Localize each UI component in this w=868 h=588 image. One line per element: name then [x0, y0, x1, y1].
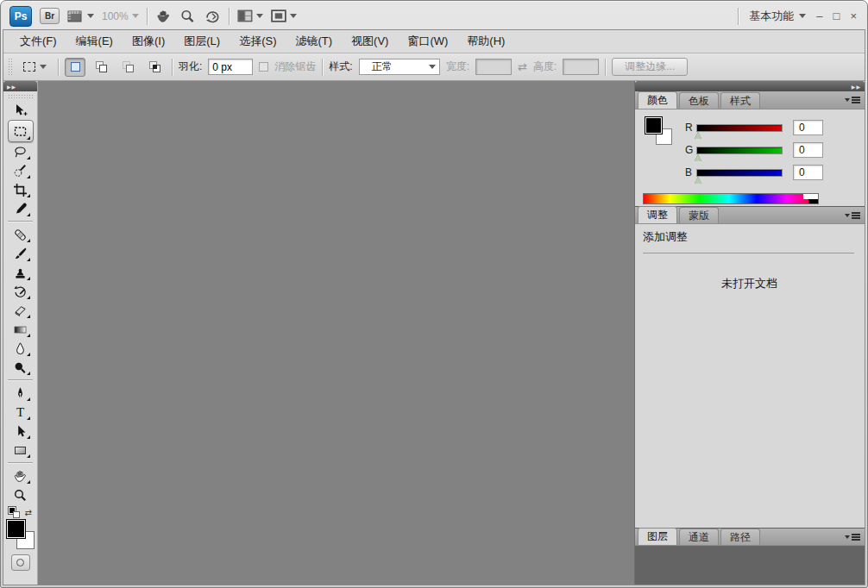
tool-clone-stamp[interactable] [9, 263, 33, 282]
height-input[interactable] [563, 59, 599, 75]
red-slider[interactable] [696, 124, 783, 132]
foreground-color-swatch[interactable] [645, 117, 662, 134]
launch-bridge-button[interactable]: Br [40, 8, 60, 24]
document-canvas-area[interactable] [38, 81, 635, 585]
screen-mode-button[interactable] [271, 9, 297, 23]
tool-rectangle-shape[interactable] [9, 441, 33, 460]
tool-pen[interactable] [9, 384, 33, 403]
tool-type[interactable]: T [9, 403, 33, 422]
tool-blur[interactable] [9, 339, 33, 358]
menu-select[interactable]: 选择(S) [230, 34, 286, 49]
minimize-button[interactable]: – [816, 10, 822, 22]
dock-collapse-button[interactable]: ▶▶ [635, 81, 865, 91]
lasso-icon [13, 145, 28, 160]
tab-channels[interactable]: 通道 [679, 529, 719, 545]
blue-slider[interactable] [696, 169, 783, 177]
feather-input[interactable] [208, 59, 253, 75]
arrange-documents-icon [237, 9, 254, 23]
menu-edit[interactable]: 编辑(E) [66, 34, 123, 49]
tool-zoom[interactable] [9, 485, 33, 504]
red-slider-handle[interactable] [695, 132, 701, 139]
swap-colors-icon[interactable]: ⇄ [25, 508, 32, 517]
tab-paths[interactable]: 路径 [720, 529, 760, 545]
menu-bar: 文件(F) 编辑(E) 图像(I) 图层(L) 选择(S) 滤镜(T) 视图(V… [3, 30, 865, 53]
width-label: 宽度: [446, 59, 469, 74]
hand-tool-button[interactable] [155, 9, 172, 24]
rotate-view-icon [204, 9, 221, 24]
style-select[interactable]: 正常 [359, 59, 440, 75]
tool-spot-healing-brush[interactable] [9, 225, 33, 244]
blue-value-input[interactable]: 0 [793, 165, 823, 180]
panel-menu-icon[interactable] [845, 212, 860, 219]
options-bar-grip[interactable] [8, 58, 12, 77]
brush-icon [13, 247, 28, 261]
toolbox-grip[interactable] [8, 94, 33, 100]
menu-filter[interactable]: 滤镜(T) [286, 34, 342, 49]
crop-icon [13, 183, 28, 197]
zoom-level-control[interactable]: 100% [102, 10, 139, 22]
tool-path-selection[interactable] [9, 422, 33, 441]
tool-hand[interactable] [9, 466, 33, 485]
tool-quick-selection[interactable] [9, 161, 33, 180]
menu-window[interactable]: 窗口(W) [398, 34, 457, 49]
menu-file[interactable]: 文件(F) [10, 34, 66, 49]
red-value-input[interactable]: 0 [793, 120, 823, 135]
intersect-selection-icon [153, 65, 157, 69]
zoom-tool-button[interactable] [179, 9, 196, 24]
blue-slider-handle[interactable] [695, 177, 701, 184]
window-controls: – □ × [816, 10, 857, 22]
close-button[interactable]: × [850, 10, 857, 22]
green-value-input[interactable]: 0 [793, 142, 823, 158]
width-input[interactable] [475, 59, 512, 75]
tool-preset-picker[interactable] [18, 59, 52, 74]
menu-help[interactable]: 帮助(H) [457, 34, 514, 49]
ramp-black-swatch[interactable] [808, 199, 818, 204]
foreground-color-swatch[interactable] [7, 520, 25, 538]
tool-lasso[interactable] [9, 142, 33, 161]
menu-image[interactable]: 图像(I) [123, 34, 174, 49]
color-control-row: ⇄ [3, 504, 37, 518]
add-to-selection-button[interactable] [91, 58, 112, 77]
toolbox-collapse-button[interactable]: ▶▶ [3, 81, 37, 91]
arrange-documents-button[interactable] [237, 9, 263, 23]
restore-button[interactable]: □ [833, 10, 840, 22]
tool-brush[interactable] [9, 244, 33, 263]
workspace-switcher[interactable]: 基本功能 [749, 9, 806, 24]
tab-masks[interactable]: 蒙版 [679, 207, 719, 223]
swap-width-height-icon[interactable]: ⇄ [518, 60, 527, 73]
tool-crop[interactable] [9, 180, 33, 199]
subtract-from-selection-button[interactable] [118, 58, 139, 77]
view-extras-button[interactable] [67, 9, 94, 23]
tab-color[interactable]: 颜色 [638, 91, 677, 109]
tab-adjustments[interactable]: 调整 [638, 206, 677, 223]
tool-move[interactable] [9, 101, 33, 120]
panel-menu-icon[interactable] [845, 534, 860, 541]
tool-rectangular-marquee[interactable] [8, 120, 34, 142]
default-colors-icon[interactable] [9, 507, 20, 518]
layers-panel-body[interactable] [635, 546, 865, 585]
green-slider[interactable] [696, 147, 783, 154]
quick-mask-button[interactable] [11, 554, 30, 571]
tool-history-brush[interactable] [9, 282, 33, 301]
tool-eraser[interactable] [9, 301, 33, 320]
new-selection-icon [71, 62, 80, 72]
menu-view[interactable]: 视图(V) [342, 34, 398, 49]
tool-gradient[interactable] [9, 320, 33, 339]
chevron-down-icon [40, 65, 47, 69]
antialias-checkbox[interactable] [259, 62, 268, 72]
color-spectrum-ramp[interactable] [643, 193, 819, 204]
tab-layers[interactable]: 图层 [638, 528, 677, 545]
refine-edge-button[interactable]: 调整边缘... [612, 58, 688, 76]
rotate-view-button[interactable] [204, 9, 221, 24]
tab-styles[interactable]: 样式 [720, 92, 760, 109]
tools-panel: ▶▶ [3, 81, 38, 585]
new-selection-button[interactable] [65, 58, 85, 77]
menu-layer[interactable]: 图层(L) [174, 34, 230, 49]
panel-menu-icon[interactable] [845, 97, 860, 103]
green-slider-handle[interactable] [695, 154, 701, 161]
chevron-down-icon [799, 14, 806, 18]
tool-dodge[interactable] [9, 358, 33, 377]
intersect-selection-button[interactable] [145, 58, 166, 77]
tool-eyedropper[interactable] [9, 199, 33, 218]
tab-swatches[interactable]: 色板 [679, 92, 719, 109]
